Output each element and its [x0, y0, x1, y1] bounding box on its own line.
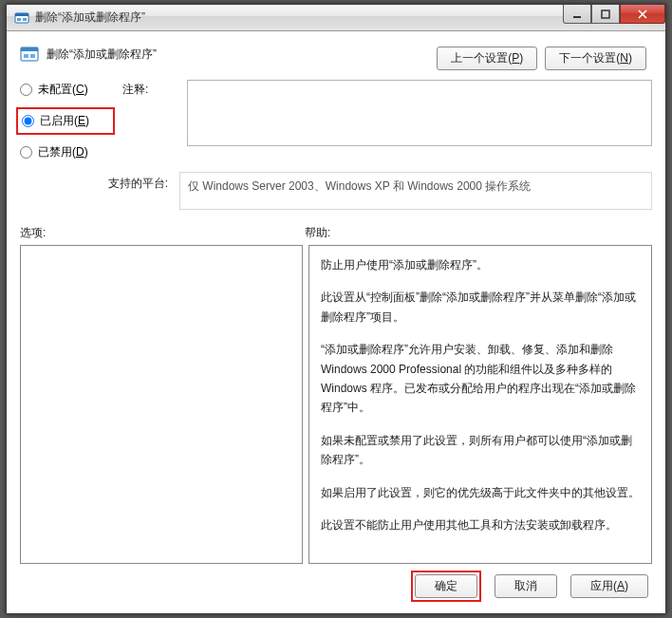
radio-enabled-input[interactable]: [22, 115, 34, 127]
options-label: 选项:: [20, 225, 305, 241]
comment-label: 注释:: [122, 80, 179, 98]
help-paragraph: 此设置不能防止用户使用其他工具和方法安装或卸载程序。: [321, 515, 640, 534]
window-title: 删除“添加或删除程序”: [35, 9, 145, 26]
previous-setting-button[interactable]: 上一个设置(P): [437, 47, 537, 70]
minimize-button[interactable]: [563, 5, 591, 24]
maximize-button[interactable]: [591, 5, 620, 24]
next-setting-button[interactable]: 下一个设置(N): [545, 47, 646, 70]
window-controls: [563, 5, 665, 24]
titlebar[interactable]: 删除“添加或删除程序”: [7, 5, 665, 31]
radio-disabled-input[interactable]: [20, 146, 32, 159]
radio-not-configured-input[interactable]: [20, 84, 32, 96]
radio-enabled[interactable]: 已启用(E): [16, 107, 115, 135]
help-label: 帮助:: [305, 225, 652, 241]
dialog-window: 删除“添加或删除程序” 删除“添加或删除程序” 上一个设置(P) 下: [6, 4, 666, 614]
help-panel[interactable]: 防止用户使用“添加或删除程序”。此设置从“控制面板”删除“添加或删除程序”并从菜…: [308, 245, 652, 564]
platform-text: 仅 Windows Server 2003、Windows XP 和 Windo…: [179, 172, 652, 210]
svg-rect-4: [573, 16, 581, 18]
svg-rect-7: [21, 47, 38, 51]
options-panel[interactable]: [20, 245, 303, 564]
state-radio-group: 未配置(C) 已启用(E) 已禁用(D): [20, 80, 115, 160]
app-icon: [14, 10, 29, 26]
policy-icon: [20, 45, 39, 64]
radio-not-configured[interactable]: 未配置(C): [20, 82, 115, 98]
cancel-button[interactable]: 取消: [495, 574, 557, 598]
svg-rect-9: [30, 54, 35, 58]
svg-rect-1: [15, 13, 28, 16]
svg-rect-3: [23, 18, 27, 21]
svg-rect-5: [602, 10, 609, 18]
help-paragraph: 此设置从“控制面板”删除“添加或删除程序”并从菜单删除“添加或删除程序”项目。: [321, 288, 640, 327]
platform-label: 支持的平台:: [20, 172, 172, 192]
radio-disabled[interactable]: 已禁用(D): [20, 144, 115, 160]
svg-rect-8: [24, 54, 28, 58]
help-paragraph: 如果启用了此设置，则它的优先级高于此文件夹中的其他设置。: [321, 483, 640, 502]
dialog-footer: 确定 取消 应用(A): [411, 571, 648, 602]
dialog-content: 删除“添加或删除程序” 上一个设置(P) 下一个设置(N) 未配置(C) 已启用…: [7, 31, 665, 613]
ok-button[interactable]: 确定: [415, 574, 477, 598]
svg-rect-2: [17, 18, 21, 21]
help-paragraph: “添加或删除程序”允许用户安装、卸载、修复、添加和删除 Windows 2000…: [321, 340, 640, 418]
policy-title: 删除“添加或删除程序”: [47, 47, 157, 63]
close-button[interactable]: [620, 5, 665, 24]
help-paragraph: 防止用户使用“添加或删除程序”。: [321, 255, 640, 274]
comment-textarea[interactable]: [187, 80, 652, 146]
apply-button[interactable]: 应用(A): [570, 574, 648, 598]
help-paragraph: 如果未配置或禁用了此设置，则所有用户都可以使用“添加或删除程序”。: [321, 431, 640, 470]
